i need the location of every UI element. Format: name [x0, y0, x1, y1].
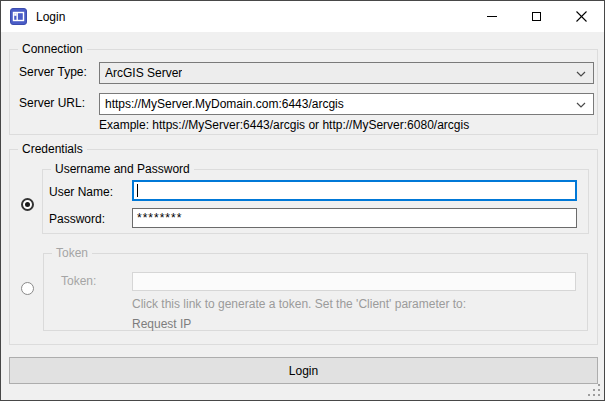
token-client-param-value: Request IP: [132, 317, 191, 332]
server-type-value: ArcGIS Server: [105, 66, 182, 80]
token-radio[interactable]: [21, 282, 34, 295]
server-url-combobox[interactable]: https://MyServer.MyDomain.com:6443/arcgi…: [99, 93, 594, 115]
titlebar[interactable]: Login: [1, 1, 604, 32]
server-type-label: Server Type:: [19, 65, 87, 80]
app-icon: [10, 8, 27, 25]
username-input[interactable]: [132, 180, 577, 201]
token-hint-text: Click this link to generate a token. Set…: [132, 297, 466, 312]
token-label: Token:: [61, 274, 96, 289]
chevron-down-icon: [576, 102, 586, 108]
close-icon: [576, 11, 587, 22]
window-title: Login: [36, 10, 65, 24]
server-url-value: https://MyServer.MyDomain.com:6443/arcgi…: [105, 97, 344, 111]
password-input[interactable]: [132, 208, 577, 228]
login-button[interactable]: Login: [9, 357, 598, 384]
token-input[interactable]: [132, 272, 576, 291]
login-dialog: Login Connection Server Type: ArcGIS Ser…: [0, 0, 605, 401]
username-password-radio[interactable]: [21, 198, 34, 211]
username-password-group-label: Username and Password: [51, 162, 194, 177]
username-label: User Name:: [49, 185, 113, 200]
minimize-icon: [487, 16, 497, 17]
password-label: Password:: [49, 212, 105, 227]
minimize-button[interactable]: [469, 1, 514, 32]
chevron-down-icon: [576, 71, 586, 77]
maximize-button[interactable]: [514, 1, 559, 32]
token-group: Token: [43, 253, 588, 331]
credentials-group-label: Credentials: [18, 142, 87, 157]
server-type-dropdown[interactable]: ArcGIS Server: [99, 62, 594, 84]
maximize-icon: [532, 12, 541, 21]
resize-grip[interactable]: [598, 394, 600, 396]
token-group-label: Token: [52, 246, 92, 261]
server-url-example-text: Example: https://MyServer:6443/arcgis or…: [99, 118, 469, 133]
server-url-label: Server URL:: [19, 96, 85, 111]
connection-group-label: Connection: [18, 42, 87, 57]
window-controls: [469, 1, 604, 32]
close-button[interactable]: [559, 1, 604, 32]
text-caret: [137, 184, 138, 197]
